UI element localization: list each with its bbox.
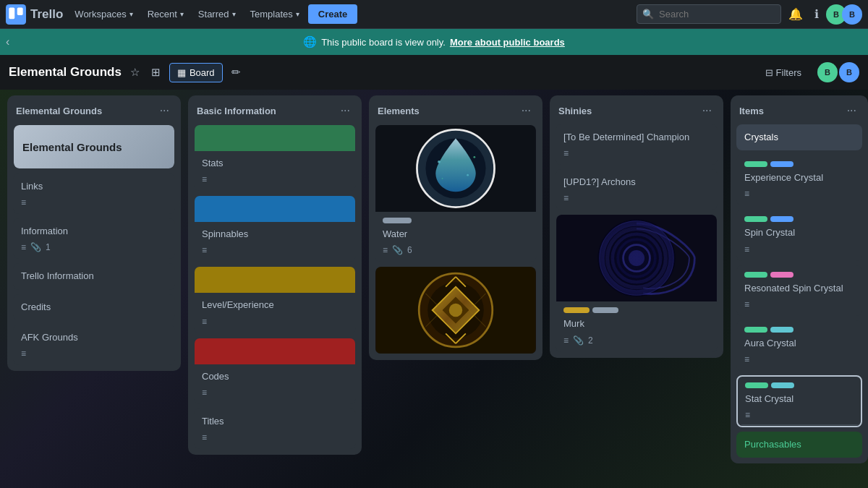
dots-icon: ≡ [202,388,207,398]
chevron-down-icon: ▾ [129,10,133,18]
card-title: Aura Crystal [744,337,854,350]
list-cards: Stats ≡ Spinnables ≡ [188,124,362,455]
chevron-down-icon: ▾ [232,10,236,18]
dots-icon: ≡ [202,317,207,327]
dots-icon: ≡ [202,245,207,255]
card-water[interactable]: Water ≡ 📎 6 [375,124,537,262]
chevron-down-icon: ▾ [296,10,299,18]
info-btn[interactable]: ℹ [810,3,823,25]
workspaces-btn[interactable]: Workspaces ▾ [69,6,138,22]
attachment-icon: 📎 [392,245,403,255]
card-trello-info[interactable]: Trello Information [13,263,175,289]
dots-icon: ≡ [21,197,26,207]
card-purchasables[interactable]: Purchasables [736,432,862,458]
avatar-group[interactable]: B B [826,4,862,25]
card-links[interactable]: Links ≡ [13,174,175,214]
card-afk-grounds[interactable]: AFK Grounds ≡ [13,325,175,365]
dots-icon: ≡ [563,148,569,158]
trello-wordmark: Trello [30,7,63,22]
card-title: [UPD1?] Archons [563,176,710,189]
attachment-count: 1 [46,242,51,252]
dots-icon: ≡ [563,335,569,346]
card-tbd-champion[interactable]: [To Be Determined] Champion ≡ [556,124,718,165]
card-title: Purchasables [744,438,854,451]
card-murk[interactable]: Murk ≡ 📎 2 [556,214,718,351]
card-title: Resonated Spin Crystal [744,282,854,295]
list-menu-btn[interactable]: ··· [699,103,715,119]
list-header-basic-info: Basic Information ··· [188,95,362,124]
list-header-elemental-grounds: Elemental Grounds ··· [7,95,181,124]
card-image-water [375,125,536,212]
templates-btn[interactable]: Templates ▾ [244,6,305,22]
star-button[interactable]: ☆ [127,63,142,82]
sidebar-toggle-btn[interactable]: ‹ [6,35,9,48]
search-input[interactable] [637,4,781,24]
svg-point-6 [438,160,441,163]
list-basic-information: Basic Information ··· Stats ≡ Spinnables [188,95,362,455]
card-labels [383,218,529,223]
svg-point-26 [600,222,673,296]
workspace-button[interactable]: ⊞ [148,63,163,82]
card-experience-crystal[interactable]: Experience Crystal ≡ [736,155,862,205]
card-title: Links [21,180,167,193]
card-credits[interactable]: Credits [13,294,175,320]
list-menu-btn[interactable]: ··· [338,103,353,119]
list-menu-btn[interactable]: ··· [157,103,172,119]
list-menu-btn[interactable]: ··· [519,103,534,119]
card-labels [744,216,854,222]
card-crystals-header[interactable]: Crystals [736,124,862,150]
card-upd12-archons[interactable]: [UPD1?] Archons ≡ [556,169,718,210]
list-header-shinies: Shinies ··· [550,95,723,124]
card-title: [To Be Determined] Champion [563,131,710,144]
board-view-btn[interactable]: ▦ Board [169,63,223,82]
board-avatar-2[interactable]: B [839,62,859,82]
card-earth[interactable] [375,266,537,354]
card-titles[interactable]: Titles ≡ [194,408,356,449]
dots-icon: ≡ [744,244,749,254]
card-stats[interactable]: Stats ≡ [194,124,356,191]
card-elemental-grounds-main[interactable]: Elemental Grounds [13,124,175,169]
dots-icon: ≡ [745,410,750,420]
avatar-secondary[interactable]: B [842,4,862,25]
card-image-earth [375,267,536,354]
card-title: Level/Experience [202,299,348,312]
card-information[interactable]: Information ≡ 📎 1 [13,218,175,259]
list-menu-btn[interactable]: ··· [844,103,859,119]
svg-point-13 [449,304,462,317]
list-shinies: Shinies ··· [To Be Determined] Champion … [550,95,723,358]
dots-icon: ≡ [202,174,207,184]
card-codes[interactable]: Codes ≡ [194,338,356,404]
public-boards-link[interactable]: More about public boards [450,37,565,48]
board-header: Elemental Grounds ☆ ⊞ ▦ Board ✏ ⊟ Filter… [0,55,868,90]
chevron-down-icon: ▾ [180,10,184,18]
starred-btn[interactable]: Starred ▾ [192,6,242,22]
list-items: Items ··· Crystals Experience Crystal [731,95,868,463]
attachment-count: 2 [588,335,593,346]
svg-point-8 [467,174,469,176]
card-spin-crystal[interactable]: Spin Crystal ≡ [736,210,862,260]
card-title: Stat Crystal [745,393,854,406]
card-stat-crystal[interactable]: Stat Crystal ≡ This card has a descripti… [736,375,862,427]
filters-btn[interactable]: ⊟ Filters [760,64,807,82]
list-elements: Elements ··· [369,95,542,360]
customize-btn[interactable]: ✏ [229,63,244,82]
card-aura-crystal[interactable]: Aura Crystal ≡ [736,320,862,371]
list-cards: Elemental Grounds Links ≡ Information ≡ [7,124,181,371]
card-title: Information [21,225,167,238]
list-cards: [To Be Determined] Champion ≡ [UPD1?] Ar… [550,124,723,358]
filter-icon: ⊟ [765,67,773,78]
trello-logo[interactable]: Trello [6,4,63,25]
svg-rect-0 [6,4,26,25]
board-avatar[interactable]: B [817,62,838,82]
card-resonated-spin-crystal[interactable]: Resonated Spin Crystal ≡ [736,265,862,316]
search-wrap: 🔍 [637,4,781,24]
list-header-elements: Elements ··· [369,95,542,124]
create-button[interactable]: Create [308,4,357,24]
notifications-btn[interactable]: 🔔 [784,3,807,25]
card-level-experience[interactable]: Level/Experience ≡ [194,266,356,333]
card-spinnables[interactable]: Spinnables ≡ [194,195,356,262]
attachment-count: 6 [407,245,412,255]
card-title: Experience Crystal [744,171,854,184]
svg-point-9 [442,178,443,179]
recent-btn[interactable]: Recent ▾ [142,6,190,22]
